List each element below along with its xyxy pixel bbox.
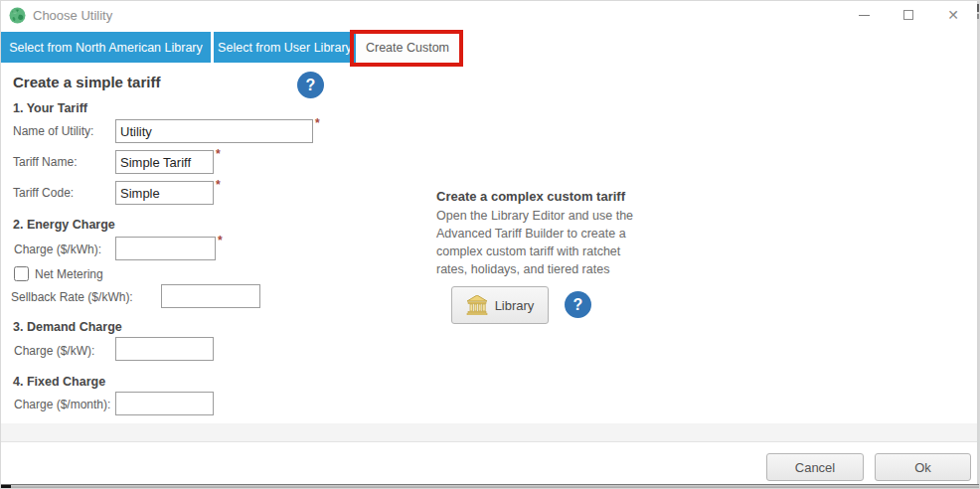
section-fixed-charge: 4. Fixed Charge: [13, 375, 105, 389]
window-title: Choose Utility: [33, 8, 112, 23]
dialog-button-bar: Cancel Ok: [1, 442, 980, 484]
energy-charge-label: Charge ($/kWh):: [14, 243, 101, 256]
complex-description-line: complex custom tariff with ratchet: [436, 244, 620, 258]
tariff-name-input[interactable]: [115, 150, 214, 174]
required-asterisk: *: [216, 178, 221, 192]
cancel-button[interactable]: Cancel: [766, 453, 864, 481]
tariff-name-label: Tariff Name:: [13, 155, 77, 169]
complex-tariff-heading: Create a complex custom tariff: [436, 189, 625, 204]
name-of-utility-input[interactable]: [115, 119, 313, 143]
tab-bar: Select from North American Library Selec…: [1, 31, 980, 64]
taskbar-top-sliver: [1, 484, 980, 489]
net-metering-checkbox[interactable]: [14, 266, 29, 281]
complex-description-line: rates, holidays, and tiered rates: [436, 262, 609, 276]
required-asterisk: *: [218, 234, 223, 247]
library-bank-icon: [466, 295, 488, 315]
close-icon: ✕: [947, 7, 959, 23]
tab-label: Select from North American Library: [9, 41, 203, 55]
tariff-code-input[interactable]: [115, 181, 214, 205]
tab-label: Select from User Library: [218, 41, 352, 55]
required-asterisk: *: [216, 147, 221, 161]
demand-charge-label: Charge ($/kW):: [14, 344, 94, 358]
fixed-charge-label: Charge ($/month):: [14, 398, 110, 411]
sellback-rate-label: Sellback Rate ($/kWh):: [11, 290, 133, 304]
create-custom-panel: Create a simple tariff ? 1. Your Tariff …: [1, 64, 980, 423]
simple-tariff-help-icon[interactable]: ?: [297, 72, 324, 98]
minimize-button[interactable]: [842, 1, 886, 29]
sellback-rate-input[interactable]: [161, 284, 260, 308]
minimize-icon: [859, 15, 870, 16]
question-mark-glyph: ?: [573, 296, 583, 314]
simple-tariff-heading: Create a simple tariff: [13, 74, 160, 90]
complex-tariff-help-icon[interactable]: ?: [565, 291, 591, 318]
energy-charge-input[interactable]: [115, 237, 216, 260]
library-button[interactable]: Library: [451, 286, 549, 324]
complex-description-line: Open the Library Editor and use the: [436, 209, 633, 223]
name-of-utility-label: Name of Utility:: [13, 124, 93, 138]
demand-charge-input[interactable]: [115, 337, 214, 361]
title-bar: Choose Utility ✕: [1, 1, 980, 31]
library-button-label: Library: [495, 298, 535, 313]
tab-select-north-american-library[interactable]: Select from North American Library: [1, 32, 211, 63]
tab-select-user-library[interactable]: Select from User Library: [214, 32, 356, 63]
maximize-button[interactable]: [887, 1, 930, 29]
tab-label: Create Custom: [366, 41, 449, 55]
fixed-charge-input[interactable]: [115, 392, 214, 415]
panel-footer-strip: [1, 423, 980, 442]
app-globe-icon: [9, 7, 26, 24]
taskbar-artifact: [1, 485, 11, 489]
maximize-icon: [903, 10, 913, 20]
choose-utility-dialog: Choose Utility ✕ Select from North Ameri…: [0, 0, 980, 489]
net-metering-label: Net Metering: [35, 267, 103, 281]
close-button[interactable]: ✕: [931, 1, 975, 29]
section-your-tariff: 1. Your Tariff: [13, 101, 87, 115]
question-mark-glyph: ?: [306, 77, 316, 94]
section-energy-charge: 2. Energy Charge: [13, 218, 115, 232]
section-demand-charge: 3. Demand Charge: [13, 320, 122, 334]
ok-button[interactable]: Ok: [875, 453, 971, 481]
tariff-code-label: Tariff Code:: [13, 186, 74, 200]
complex-description-line: Advanced Tariff Builder to create a: [436, 227, 626, 241]
tab-create-custom[interactable]: Create Custom: [356, 31, 459, 64]
required-asterisk: *: [315, 116, 320, 130]
